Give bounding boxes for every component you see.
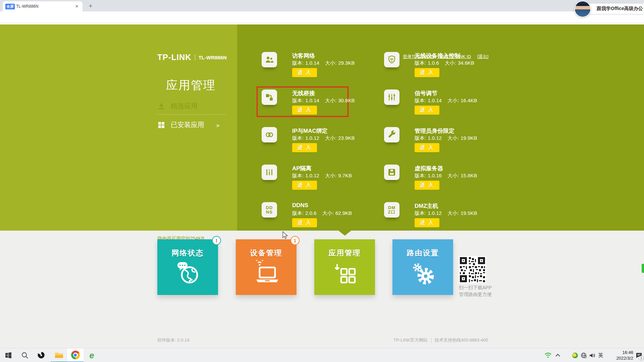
nav-card-app-management[interactable]: 应用管理 <box>314 239 375 295</box>
sidebar-item-installed-apps[interactable]: 已安装应用 <box>157 120 204 129</box>
laptop-wifi-icon <box>252 260 280 285</box>
enter-button[interactable]: 进 入 <box>415 181 439 190</box>
enter-button[interactable]: 进 入 <box>292 68 317 77</box>
app-card-guest-network: 访客网络 版本:1.0.14 大小:29.3KB 进 入 <box>257 52 379 89</box>
qr-caption-line1: 扫一扫下载APP <box>459 285 492 291</box>
page-footer: 软件版本: 2.0.14 TP-LINK官方网站 技术支持热线400-8863-… <box>0 337 644 346</box>
enter-button[interactable]: 进 入 <box>292 143 317 152</box>
network-globe-icon[interactable] <box>580 348 588 362</box>
new-tab-button[interactable]: + <box>87 2 95 10</box>
sidebar-item-featured-apps[interactable]: 精选应用 <box>157 102 198 111</box>
wifi-icon[interactable] <box>543 348 553 362</box>
dmz-text-icon: DMZ口 <box>384 202 399 218</box>
ime-indicator[interactable]: 英 <box>597 348 605 362</box>
alert-badge: ! <box>212 236 221 245</box>
mouse-cursor <box>282 231 289 239</box>
enter-button[interactable]: 进 入 <box>292 106 317 115</box>
nav-card-router-settings[interactable]: 路由设置 <box>392 239 453 295</box>
enter-button[interactable]: 进 入 <box>292 181 317 190</box>
nav-card-device-management[interactable]: 1 设备管理 <box>236 239 297 295</box>
browser-tab[interactable]: 全屏 TL-WR886N ✕ <box>3 1 83 11</box>
screen: 全屏 TL-WR886N ✕ + 不安全 192.168.0.2 跟我学Offi… <box>0 0 644 362</box>
footer-divider <box>431 338 431 343</box>
globe-chat-icon <box>175 260 201 286</box>
app-card-ap-isolation: AP隔离 版本:1.0.12 大小:9.7KB 进 入 <box>257 165 379 202</box>
sidebar-item-label: 精选应用 <box>171 102 198 111</box>
disk-icon <box>384 165 399 180</box>
enter-button[interactable]: 进 入 <box>415 218 439 227</box>
count-badge: 1 <box>290 236 300 245</box>
users-icon <box>262 52 277 67</box>
browser-e-icon[interactable]: e <box>84 348 100 362</box>
qr-code <box>459 256 486 283</box>
grid-icon <box>157 121 165 129</box>
volume-icon[interactable] <box>588 348 596 362</box>
avatar <box>574 1 591 17</box>
app-card-virtual-server: 虚拟服务器 版本:1.0.16 大小:15.8KB 进 入 <box>379 165 501 202</box>
gears-icon <box>409 260 437 287</box>
enter-button[interactable]: 进 入 <box>415 68 439 77</box>
search-icon[interactable] <box>16 348 33 362</box>
edge-widget-handle[interactable] <box>642 264 644 273</box>
app-card-wireless-bridge: 无线桥接 版本:1.0.14 大小:30.8KB 进 入 <box>257 89 379 127</box>
clock[interactable]: 16:46 2022/3/2 <box>610 350 633 361</box>
sidebar-divider <box>157 114 226 115</box>
app-card-signal-tuning: 信号调节 版本:1.0.14 大小:16.4KB 进 入 <box>379 89 501 127</box>
sidebar-item-label: 已安装应用 <box>171 120 204 129</box>
enter-button[interactable]: 进 入 <box>415 106 439 115</box>
chevron-right-icon[interactable]: > <box>216 123 219 128</box>
wrench-icon <box>384 127 399 142</box>
active-section-notch <box>338 231 351 236</box>
ddns-text-icon: DDNS <box>262 202 277 218</box>
logo-separator <box>195 54 195 60</box>
action-center-icon[interactable]: 1 <box>634 348 644 362</box>
app-card-wireless-access-control: 无线设备接入控制 版本:1.0.6 大小:34.6KB 进 入 <box>379 52 501 89</box>
browser-tabstrip: 全屏 TL-WR886N ✕ + <box>0 0 644 11</box>
start-button[interactable] <box>0 348 16 362</box>
tab-title: TL-WR886N <box>16 4 74 9</box>
pinwheel-app-icon[interactable] <box>33 348 49 362</box>
logo-model: TL-WR886N <box>199 55 227 60</box>
logo-text: TP-LINK <box>157 53 192 62</box>
router-main-panel: TP-LINK TL-WR886N 登录TP-LINK ID 创建TP-LINK… <box>0 24 644 231</box>
app-card-ip-mac-binding: IP与MAC绑定 版本:1.0.12 大小:23.9KB 进 入 <box>257 127 379 165</box>
isolation-icon <box>262 165 277 180</box>
qr-caption-line2: 管理路由更方便 <box>459 292 492 298</box>
support-hotline: 技术支持热线400-8863-400 <box>435 337 488 343</box>
page-title: 应用管理 <box>157 77 224 93</box>
app-card-admin-identity: 管理员身份限定 版本:1.0.12 大小:19.9KB 进 入 <box>379 127 501 165</box>
app-grid: 访客网络 版本:1.0.14 大小:29.3KB 进 入 无线设备接入控制 版本… <box>257 52 505 240</box>
apps-grid-icon <box>332 260 358 286</box>
shield-wifi-icon <box>384 52 399 67</box>
tplink-logo: TP-LINK TL-WR886N <box>157 53 227 62</box>
overlay-name-pill: 跟我学Office高级办公 V <box>583 3 644 14</box>
file-explorer-icon[interactable] <box>51 348 67 362</box>
app-card-ddns: DDNS DDNS 版本:2.0.6 大小:62.9KB 进 入 <box>257 202 379 240</box>
official-site-label: TP-LINK官方网站 <box>393 337 428 343</box>
enter-button[interactable]: 进 入 <box>292 218 317 227</box>
enter-button[interactable]: 进 入 <box>415 143 439 152</box>
download-icon <box>157 102 165 110</box>
nav-card-network-status[interactable]: ! 网络状态 <box>157 239 218 295</box>
chrome-icon[interactable] <box>67 348 84 362</box>
notification-count-badge: 1 <box>639 356 644 361</box>
tray-expand-icon[interactable] <box>553 348 562 362</box>
browser-toolbar: 不安全 192.168.0.2 <box>0 11 644 23</box>
sliders-icon <box>384 89 399 105</box>
bridge-icon <box>262 89 277 105</box>
taskbar: e 英 16:46 2022/3/2 1 <box>0 348 644 362</box>
app-card-dmz-host: DMZ口 DMZ主机 版本:1.0.12 大小:19.5KB 进 入 <box>379 202 501 240</box>
software-version: 软件版本: 2.0.14 <box>157 337 189 343</box>
overlay-username: 跟我学Office高级办公 <box>597 6 643 12</box>
security-tray-icon[interactable] <box>571 348 579 362</box>
tab-close-icon[interactable]: ✕ <box>74 3 80 9</box>
fullscreen-recorder-badge: 全屏 <box>5 4 15 9</box>
chain-link-icon <box>262 127 277 142</box>
